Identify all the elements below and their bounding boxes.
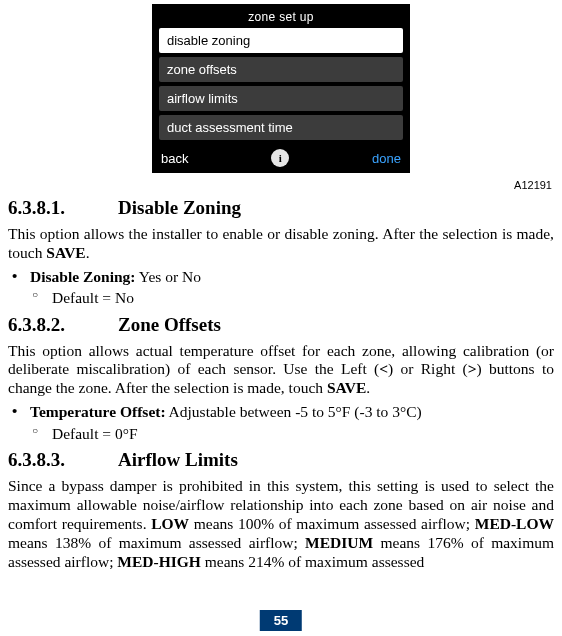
paragraph: Since a bypass damper is prohibited in t… [8,477,554,572]
bullet-list: Temperature Offset: Adjustable between -… [8,402,554,443]
back-button[interactable]: back [161,151,188,166]
device-menu-item[interactable]: airflow limits [159,86,403,111]
sub-bullet-list: Default = 0°F [8,424,554,443]
done-button[interactable]: done [372,151,401,166]
device-menu-item[interactable]: disable zoning [159,28,403,53]
document-body: 6.3.8.1.Disable ZoningThis option allows… [8,197,554,572]
sub-bullet-item: Default = No [8,288,554,307]
section-heading: 6.3.8.1.Disable Zoning [8,197,554,219]
page: zone set up disable zoningzone offsetsai… [0,0,562,636]
paragraph: This option allows the installer to enab… [8,225,554,263]
device-menu: disable zoningzone offsetsairflow limits… [153,28,409,146]
bullet-item: Disable Zoning: Yes or No [8,267,554,286]
device-menu-item[interactable]: zone offsets [159,57,403,82]
bullet-item: Temperature Offset: Adjustable between -… [8,402,554,421]
device-figure: zone set up disable zoningzone offsetsai… [8,4,554,173]
device-footer: back i done [153,146,409,172]
section-heading: 6.3.8.3.Airflow Limits [8,449,554,471]
figure-id: A12191 [8,179,552,191]
device-screen: zone set up disable zoningzone offsetsai… [152,4,410,173]
sub-bullet-list: Default = No [8,288,554,307]
paragraph: This option allows actual temperature of… [8,342,554,399]
info-icon[interactable]: i [271,149,289,167]
page-number: 55 [260,610,302,631]
sub-bullet-item: Default = 0°F [8,424,554,443]
bullet-list: Disable Zoning: Yes or NoDefault = No [8,267,554,308]
device-title: zone set up [153,5,409,28]
device-menu-item[interactable]: duct assessment time [159,115,403,140]
section-heading: 6.3.8.2.Zone Offsets [8,314,554,336]
